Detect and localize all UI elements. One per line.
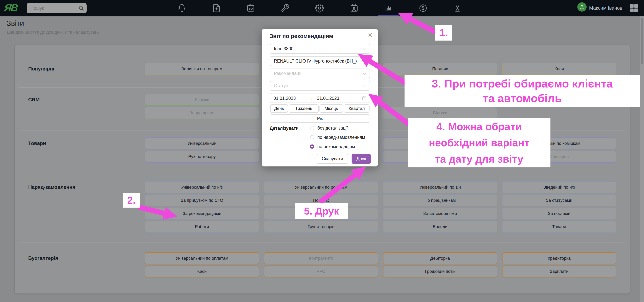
chevron-down-icon (362, 71, 367, 77)
radio-selected-icon[interactable] (310, 144, 314, 149)
report-button[interactable]: Універсальний по з/ч (383, 181, 497, 193)
bell-icon[interactable] (178, 4, 186, 12)
apps-grid-icon[interactable] (630, 4, 638, 12)
report-button[interactable]: Універсальний по роботам (264, 181, 378, 193)
tutorial-step-2-label: 2. (123, 193, 140, 208)
tutorial-step-5-label: 5. Друк (295, 203, 348, 219)
chevron-down-icon (362, 59, 367, 65)
detail-radio-option[interactable]: без деталізації (310, 125, 348, 131)
section-divider (18, 243, 626, 243)
tutorial-step-4-line3: та дату для звіту (435, 151, 524, 167)
radio-label: по рекомендаціям (317, 144, 355, 149)
report-button[interactable]: По днях (383, 63, 497, 75)
detail-radio-option[interactable]: по наряд-замовленням (310, 134, 365, 140)
recommendations-placeholder: Рекомендації (274, 71, 301, 76)
bar-chart-icon[interactable] (384, 4, 393, 12)
report-button[interactable]: Грошовий потік (383, 266, 497, 278)
chevron-down-icon (362, 47, 367, 52)
tutorial-step-3-label: 3. При потребі обираємо клієнта та автом… (404, 75, 640, 107)
report-button: Відгуки (383, 107, 497, 119)
radio-label: по наряд-замовленням (317, 135, 365, 140)
detail-label: Деталізувати (270, 126, 298, 131)
report-button: РРО (264, 266, 378, 278)
scrollbar-thumb[interactable] (641, 18, 644, 64)
app-logo[interactable]: ЯВ (4, 2, 18, 13)
wrench-icon[interactable] (281, 4, 290, 12)
report-button[interactable]: Роботи (145, 221, 259, 233)
search-box (27, 3, 86, 13)
client-select-value: Іван 3800 (274, 46, 294, 51)
period-button[interactable]: Місяць (320, 104, 343, 113)
hourglass-icon[interactable] (453, 4, 462, 12)
radio-icon[interactable] (310, 126, 314, 130)
avatar[interactable] (577, 2, 586, 11)
vehicle-select[interactable]: RENAULT CLIO IV Фургон/хетчбек (ВН_) (270, 56, 370, 66)
document-add-icon[interactable] (212, 4, 221, 12)
period-button[interactable]: День (270, 104, 288, 113)
report-button[interactable]: Універсальний по н/з (145, 181, 259, 193)
status-select[interactable]: Статус (270, 81, 370, 91)
report-button: Контрагенти (264, 252, 378, 264)
report-button[interactable]: Групи товарів (264, 221, 378, 233)
date-to-value[interactable]: 31.01.2023 (317, 96, 339, 101)
active-tab-indicator (378, 15, 399, 16)
report-button[interactable]: За рекомендаціями (145, 208, 259, 220)
dollar-icon[interactable] (419, 4, 428, 12)
report-modal: Звіт по рекомендаціям ✕ Іван 3800 RENAUL… (262, 29, 378, 166)
period-year-button[interactable]: Рік (270, 114, 370, 123)
report-button[interactable]: Бренди (383, 221, 497, 233)
report-button[interactable]: Зведений по н/з (502, 181, 616, 193)
date-from-value[interactable]: 01.01.2023 (274, 96, 296, 101)
report-button[interactable]: Товари (502, 221, 616, 233)
gear-icon[interactable] (315, 4, 324, 12)
calendar-person-icon[interactable] (350, 4, 358, 12)
section-label: Бухгалтерія (28, 255, 58, 261)
user-name[interactable]: Максим Іванов (589, 5, 622, 11)
tutorial-step-3-line1: 3. При потребі обираємо клієнта (432, 76, 613, 91)
report-button: Запрошення (145, 107, 259, 119)
report-button[interactable]: Рух по товару (145, 151, 259, 163)
print-button[interactable]: Друк (352, 154, 371, 164)
report-button[interactable]: За статусами (502, 194, 616, 206)
report-button[interactable]: Залишки по товарам (145, 63, 259, 75)
tutorial-step-1-label: 1. (435, 25, 452, 40)
recommendations-select[interactable]: Рекомендації (270, 68, 370, 78)
radio-icon[interactable] (310, 135, 314, 139)
tutorial-step-4-line1: 4. Можна обрати (436, 118, 522, 135)
close-icon[interactable]: ✕ (368, 31, 373, 39)
calendar-icon (362, 96, 367, 102)
report-button[interactable]: Кредиторка (502, 252, 616, 264)
radio-label: без деталізації (317, 125, 348, 131)
detail-radio-option[interactable]: по рекомендаціям (310, 144, 355, 149)
top-nav: ЯВ Максим Іванов (0, 0, 644, 16)
section-label: Популярні (28, 66, 54, 72)
period-button[interactable]: Тиждень (289, 104, 319, 113)
vehicle-select-value: RENAULT CLIO IV Фургон/хетчбек (ВН_) (274, 58, 357, 64)
calendar-check-icon[interactable] (246, 4, 255, 12)
section-label: CRM (28, 97, 40, 103)
cancel-button[interactable]: Скасувати (316, 154, 348, 164)
date-range-input[interactable]: 01.01.2023 → 31.01.2023 (270, 93, 370, 103)
report-button[interactable]: Універсальний по оплатам (145, 252, 259, 264)
report-button[interactable]: Універсальний (145, 137, 259, 149)
report-button[interactable]: За прибутком по СТО (145, 194, 259, 206)
report-button[interactable]: За автомобілями (383, 208, 497, 220)
section-label: Товари (28, 140, 46, 146)
modal-title: Звіт по рекомендаціям (270, 33, 333, 39)
report-button[interactable]: По працівникам (383, 194, 497, 206)
tutorial-step-3-line2: та автомобіль (483, 91, 562, 106)
date-range-arrow-icon: → (309, 96, 313, 101)
report-button[interactable]: Каси (145, 266, 259, 278)
period-button[interactable]: Квартал (344, 104, 370, 113)
search-input[interactable] (30, 3, 76, 14)
report-button[interactable]: За постами (502, 208, 616, 220)
section-divider (18, 173, 626, 173)
report-button[interactable]: Зарплати (502, 266, 616, 278)
client-select[interactable]: Іван 3800 (270, 44, 370, 54)
report-button[interactable]: Дебіторка (383, 252, 497, 264)
report-button: Дзвінки (145, 94, 259, 106)
chevron-down-icon (362, 84, 367, 90)
report-button[interactable]: Каси (502, 63, 616, 75)
tutorial-step-4-label: 4. Можна обрати необхідний варіант та да… (408, 118, 550, 167)
status-placeholder: Статус (274, 83, 288, 88)
